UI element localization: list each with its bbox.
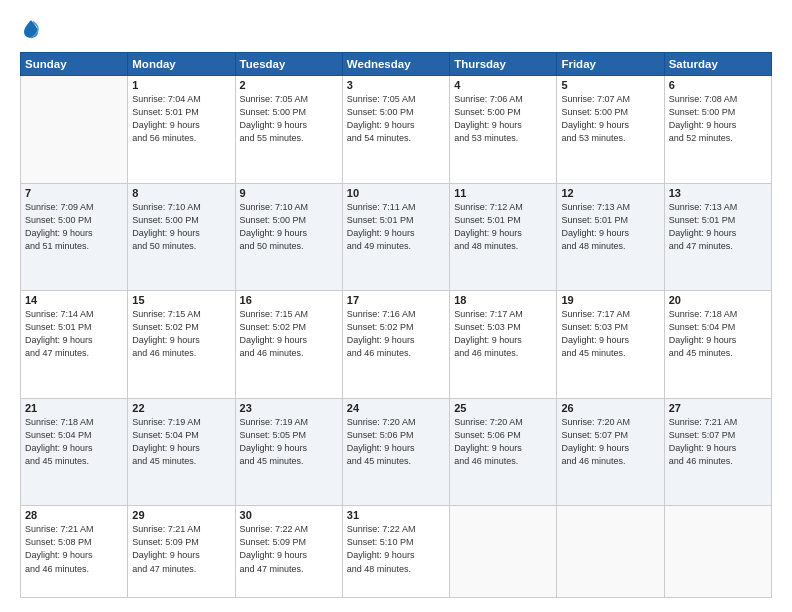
calendar-cell: 17Sunrise: 7:16 AM Sunset: 5:02 PM Dayli… [342,291,449,399]
page: SundayMondayTuesdayWednesdayThursdayFrid… [0,0,792,612]
day-number: 13 [669,187,767,199]
logo-top [20,18,42,40]
calendar-week-5: 28Sunrise: 7:21 AM Sunset: 5:08 PM Dayli… [21,506,772,598]
logo-block [20,18,42,40]
day-info: Sunrise: 7:19 AM Sunset: 5:05 PM Dayligh… [240,416,338,468]
calendar-cell: 23Sunrise: 7:19 AM Sunset: 5:05 PM Dayli… [235,398,342,506]
calendar-cell: 24Sunrise: 7:20 AM Sunset: 5:06 PM Dayli… [342,398,449,506]
day-number: 15 [132,294,230,306]
day-info: Sunrise: 7:22 AM Sunset: 5:09 PM Dayligh… [240,523,338,575]
calendar-cell: 28Sunrise: 7:21 AM Sunset: 5:08 PM Dayli… [21,506,128,598]
calendar-cell: 19Sunrise: 7:17 AM Sunset: 5:03 PM Dayli… [557,291,664,399]
calendar-cell [664,506,771,598]
day-info: Sunrise: 7:21 AM Sunset: 5:08 PM Dayligh… [25,523,123,575]
calendar-cell: 8Sunrise: 7:10 AM Sunset: 5:00 PM Daylig… [128,183,235,291]
day-info: Sunrise: 7:11 AM Sunset: 5:01 PM Dayligh… [347,201,445,253]
day-number: 17 [347,294,445,306]
header-day-wednesday: Wednesday [342,53,449,76]
day-number: 9 [240,187,338,199]
day-number: 20 [669,294,767,306]
header-day-saturday: Saturday [664,53,771,76]
calendar-cell: 13Sunrise: 7:13 AM Sunset: 5:01 PM Dayli… [664,183,771,291]
calendar-cell: 16Sunrise: 7:15 AM Sunset: 5:02 PM Dayli… [235,291,342,399]
day-number: 1 [132,79,230,91]
day-info: Sunrise: 7:10 AM Sunset: 5:00 PM Dayligh… [132,201,230,253]
calendar-cell: 25Sunrise: 7:20 AM Sunset: 5:06 PM Dayli… [450,398,557,506]
day-info: Sunrise: 7:17 AM Sunset: 5:03 PM Dayligh… [454,308,552,360]
calendar-cell: 6Sunrise: 7:08 AM Sunset: 5:00 PM Daylig… [664,76,771,184]
day-info: Sunrise: 7:20 AM Sunset: 5:06 PM Dayligh… [347,416,445,468]
header-day-thursday: Thursday [450,53,557,76]
day-number: 27 [669,402,767,414]
day-info: Sunrise: 7:07 AM Sunset: 5:00 PM Dayligh… [561,93,659,145]
calendar-cell [557,506,664,598]
calendar-cell: 26Sunrise: 7:20 AM Sunset: 5:07 PM Dayli… [557,398,664,506]
calendar-week-3: 14Sunrise: 7:14 AM Sunset: 5:01 PM Dayli… [21,291,772,399]
calendar-table: SundayMondayTuesdayWednesdayThursdayFrid… [20,52,772,598]
logo-icon [20,18,42,40]
day-info: Sunrise: 7:09 AM Sunset: 5:00 PM Dayligh… [25,201,123,253]
day-info: Sunrise: 7:13 AM Sunset: 5:01 PM Dayligh… [669,201,767,253]
calendar-cell: 2Sunrise: 7:05 AM Sunset: 5:00 PM Daylig… [235,76,342,184]
calendar-cell: 4Sunrise: 7:06 AM Sunset: 5:00 PM Daylig… [450,76,557,184]
day-info: Sunrise: 7:15 AM Sunset: 5:02 PM Dayligh… [132,308,230,360]
day-number: 30 [240,509,338,521]
calendar-week-4: 21Sunrise: 7:18 AM Sunset: 5:04 PM Dayli… [21,398,772,506]
day-info: Sunrise: 7:16 AM Sunset: 5:02 PM Dayligh… [347,308,445,360]
calendar-cell: 1Sunrise: 7:04 AM Sunset: 5:01 PM Daylig… [128,76,235,184]
calendar-cell: 12Sunrise: 7:13 AM Sunset: 5:01 PM Dayli… [557,183,664,291]
day-info: Sunrise: 7:10 AM Sunset: 5:00 PM Dayligh… [240,201,338,253]
header [20,18,772,40]
calendar-cell: 3Sunrise: 7:05 AM Sunset: 5:00 PM Daylig… [342,76,449,184]
day-info: Sunrise: 7:22 AM Sunset: 5:10 PM Dayligh… [347,523,445,575]
header-day-sunday: Sunday [21,53,128,76]
calendar-cell: 21Sunrise: 7:18 AM Sunset: 5:04 PM Dayli… [21,398,128,506]
day-number: 25 [454,402,552,414]
calendar-cell: 5Sunrise: 7:07 AM Sunset: 5:00 PM Daylig… [557,76,664,184]
calendar-cell: 14Sunrise: 7:14 AM Sunset: 5:01 PM Dayli… [21,291,128,399]
day-number: 29 [132,509,230,521]
calendar-cell: 22Sunrise: 7:19 AM Sunset: 5:04 PM Dayli… [128,398,235,506]
calendar-cell: 18Sunrise: 7:17 AM Sunset: 5:03 PM Dayli… [450,291,557,399]
day-info: Sunrise: 7:20 AM Sunset: 5:07 PM Dayligh… [561,416,659,468]
day-number: 16 [240,294,338,306]
calendar-header-row: SundayMondayTuesdayWednesdayThursdayFrid… [21,53,772,76]
calendar-cell: 11Sunrise: 7:12 AM Sunset: 5:01 PM Dayli… [450,183,557,291]
day-info: Sunrise: 7:15 AM Sunset: 5:02 PM Dayligh… [240,308,338,360]
calendar-cell: 9Sunrise: 7:10 AM Sunset: 5:00 PM Daylig… [235,183,342,291]
day-info: Sunrise: 7:21 AM Sunset: 5:07 PM Dayligh… [669,416,767,468]
day-info: Sunrise: 7:05 AM Sunset: 5:00 PM Dayligh… [240,93,338,145]
calendar-cell: 30Sunrise: 7:22 AM Sunset: 5:09 PM Dayli… [235,506,342,598]
day-info: Sunrise: 7:14 AM Sunset: 5:01 PM Dayligh… [25,308,123,360]
day-number: 8 [132,187,230,199]
calendar-cell: 27Sunrise: 7:21 AM Sunset: 5:07 PM Dayli… [664,398,771,506]
logo [20,18,42,40]
calendar-cell: 7Sunrise: 7:09 AM Sunset: 5:00 PM Daylig… [21,183,128,291]
day-info: Sunrise: 7:13 AM Sunset: 5:01 PM Dayligh… [561,201,659,253]
calendar-cell [450,506,557,598]
day-info: Sunrise: 7:19 AM Sunset: 5:04 PM Dayligh… [132,416,230,468]
day-number: 31 [347,509,445,521]
day-info: Sunrise: 7:20 AM Sunset: 5:06 PM Dayligh… [454,416,552,468]
header-day-tuesday: Tuesday [235,53,342,76]
day-info: Sunrise: 7:18 AM Sunset: 5:04 PM Dayligh… [25,416,123,468]
day-number: 14 [25,294,123,306]
day-number: 19 [561,294,659,306]
day-number: 24 [347,402,445,414]
day-number: 21 [25,402,123,414]
header-day-monday: Monday [128,53,235,76]
day-number: 4 [454,79,552,91]
calendar-week-2: 7Sunrise: 7:09 AM Sunset: 5:00 PM Daylig… [21,183,772,291]
day-number: 26 [561,402,659,414]
calendar-week-1: 1Sunrise: 7:04 AM Sunset: 5:01 PM Daylig… [21,76,772,184]
day-info: Sunrise: 7:17 AM Sunset: 5:03 PM Dayligh… [561,308,659,360]
day-info: Sunrise: 7:21 AM Sunset: 5:09 PM Dayligh… [132,523,230,575]
calendar-cell: 29Sunrise: 7:21 AM Sunset: 5:09 PM Dayli… [128,506,235,598]
day-number: 28 [25,509,123,521]
day-number: 3 [347,79,445,91]
day-info: Sunrise: 7:18 AM Sunset: 5:04 PM Dayligh… [669,308,767,360]
day-info: Sunrise: 7:12 AM Sunset: 5:01 PM Dayligh… [454,201,552,253]
day-number: 5 [561,79,659,91]
day-number: 18 [454,294,552,306]
day-number: 10 [347,187,445,199]
